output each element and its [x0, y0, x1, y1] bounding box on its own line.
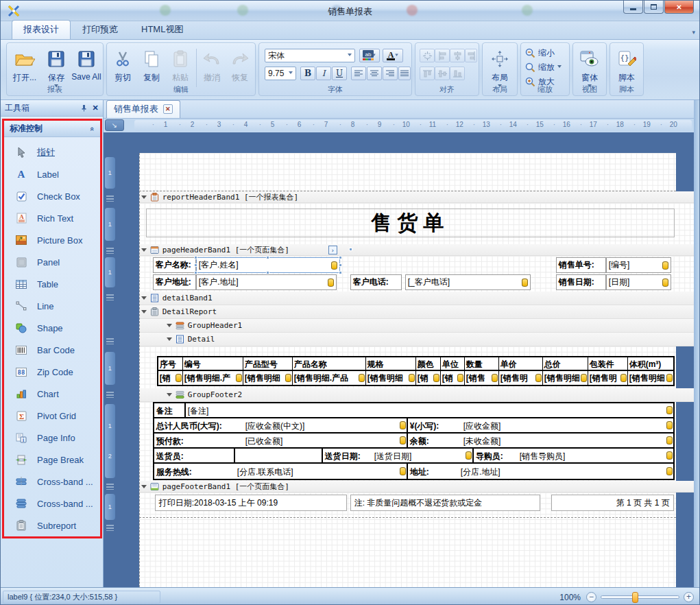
col-header-seq[interactable]: 序号	[158, 357, 183, 370]
col-header-spec[interactable]: 规格	[366, 357, 416, 370]
page-footer-content[interactable]: 打印日期:2018-03-15 上午 09:19 注: 非质量问题概不退还货款或…	[139, 493, 676, 523]
col-header-product-name[interactable]: 产品名称	[293, 357, 366, 370]
open-button[interactable]: 打开...	[10, 47, 40, 84]
col-header-package[interactable]: 包装件	[588, 357, 628, 370]
zoom-menu-button[interactable]: 缩放	[525, 62, 562, 73]
minimize-button[interactable]	[623, 1, 643, 14]
band-detail-report[interactable]: DetailReport	[139, 305, 694, 319]
report-header-content[interactable]: 售货单	[139, 203, 694, 244]
selection-handle[interactable]	[266, 271, 269, 274]
col-header-color[interactable]: 颜色	[416, 357, 441, 370]
collapse-chevron-icon[interactable]: «	[88, 126, 97, 130]
hotline-label[interactable]: 服务热线:	[154, 464, 235, 479]
band-collapse-arrow[interactable]	[141, 195, 147, 202]
script-button[interactable]: {} 脚本	[612, 47, 641, 84]
group-footer-content[interactable]: 备注 [备注] 总计人民币(大写): [应收金额(中文)] ¥(小写): [应收…	[139, 402, 676, 481]
col-header-model[interactable]: 产品型号	[243, 357, 293, 370]
selection-handle[interactable]	[339, 263, 342, 267]
cell-color-field[interactable]: [销	[416, 371, 441, 385]
band-group-header1[interactable]: GroupHeader1	[139, 319, 694, 333]
highlight-color-button[interactable]: ab	[359, 49, 380, 62]
toolbox-item-pointer[interactable]: 指针	[4, 141, 100, 163]
toolbox-item-rich-text[interactable]: A Rich Text	[4, 207, 100, 229]
summary-table[interactable]: 备注 [备注] 总计人民币(大写): [应收金额(中文)] ¥(小写): [应收…	[153, 402, 675, 480]
toolbox-item-bar-code[interactable]: Bar Code	[4, 339, 100, 361]
cell-qty-field[interactable]: [销售	[465, 371, 499, 385]
delivery-date-field[interactable]: [送货日期]	[372, 449, 474, 462]
band-page-footer[interactable]: pageFooterBand1 [一个页面集合]	[139, 481, 694, 493]
toolbox-item-cross-band-box[interactable]: Cross-band ...	[4, 493, 100, 514]
layout-button[interactable]: 布局	[485, 47, 514, 89]
sale-no-label[interactable]: 销售单号:	[556, 257, 606, 273]
selection-handle[interactable]	[194, 263, 197, 267]
align-justify-button[interactable]	[398, 67, 411, 80]
band-collapse-arrow[interactable]	[167, 324, 172, 330]
maximize-button[interactable]	[644, 1, 664, 14]
tab-print-preview[interactable]: 打印预览	[71, 20, 130, 39]
align-lefts-button[interactable]	[435, 49, 450, 62]
report-title-label[interactable]: 售货单	[146, 209, 675, 237]
toolbox-item-table[interactable]: Table	[4, 273, 100, 295]
deliverer-label[interactable]: 送货员:	[154, 449, 235, 462]
remark-field[interactable]: [备注]	[186, 403, 673, 417]
italic-button[interactable]: I	[316, 67, 331, 80]
band-drag-grip[interactable]	[106, 392, 114, 398]
branch-address-field[interactable]: [分店.地址]	[459, 464, 673, 479]
align-left-button[interactable]	[351, 67, 366, 80]
deliverer-field[interactable]	[235, 449, 323, 462]
band-page-header[interactable]: pageHeaderBand1 [一个页面集合] ›	[139, 244, 694, 256]
align-tops-button[interactable]	[420, 67, 435, 80]
zoom-out-slider-button[interactable]: −	[586, 592, 596, 602]
customer-phone-field[interactable]: [_客户电话]	[405, 274, 531, 290]
zoom-in-slider-button[interactable]: +	[684, 592, 694, 602]
align-bottoms-button[interactable]	[450, 67, 465, 80]
document-tab-close-icon[interactable]: ✕	[163, 104, 173, 114]
selection-handle[interactable]	[267, 248, 270, 251]
toolbox-item-page-break[interactable]: Page Break	[4, 449, 100, 471]
band-drag-grip[interactable]	[106, 484, 114, 490]
report-page[interactable]: reportHeaderBand1 [一个报表集合] 售货单 pageHeade…	[139, 132, 694, 587]
cell-package-field[interactable]: [销售明	[588, 371, 628, 385]
total-num-label[interactable]: ¥(小写):	[408, 418, 461, 432]
cell-product-name-field[interactable]: [销售明细.产品	[293, 371, 366, 385]
undo-button[interactable]: 撤消	[198, 47, 226, 84]
band-drag-grip[interactable]	[106, 525, 114, 531]
sale-date-field[interactable]: [日期]	[606, 274, 671, 290]
total-cn-field[interactable]: [应收金额(中文)]	[243, 418, 408, 432]
toolbox-close-icon[interactable]: ✕	[92, 104, 98, 112]
delivery-date-label[interactable]: 送货日期:	[323, 449, 372, 462]
col-header-unit-price[interactable]: 单价	[499, 357, 543, 370]
ruler-corner-button[interactable]: ↘	[105, 119, 124, 131]
cell-total-price-field[interactable]: [销售明细	[543, 371, 588, 385]
selection-handle[interactable]	[339, 271, 342, 274]
band-report-header[interactable]: reportHeaderBand1 [一个报表集合]	[139, 191, 694, 203]
col-header-code[interactable]: 编号	[183, 357, 243, 370]
zoom-slider-thumb[interactable]	[632, 592, 638, 603]
prepaid-field[interactable]: [已收金额]	[243, 434, 408, 447]
pin-icon[interactable]	[80, 104, 88, 112]
h-ruler[interactable]: ·1·2·3·4·5·6·7·8·9·10·11·12·13·14·15·16·…	[134, 120, 692, 131]
band-collapse-arrow[interactable]	[141, 485, 147, 491]
total-num-field[interactable]: [应收金额]	[461, 418, 673, 432]
band-drag-grip[interactable]	[106, 195, 114, 202]
align-centers-button[interactable]	[450, 49, 465, 62]
cell-unit-price-field[interactable]: [销售明	[499, 371, 543, 385]
band-collapse-arrow[interactable]	[141, 296, 147, 302]
col-header-volume[interactable]: 体积(m³)	[628, 357, 673, 370]
band-detail-band1[interactable]: detailBand1	[139, 292, 694, 305]
col-header-qty[interactable]: 数量	[465, 357, 499, 370]
toolbox-item-zip-code[interactable]: 88 Zip Code	[4, 361, 100, 383]
ribbon-overflow-chevron-icon[interactable]: ▾	[692, 29, 695, 36]
font-name-combobox[interactable]: 宋体	[265, 49, 355, 62]
band-drag-grip[interactable]	[106, 294, 114, 300]
paste-button[interactable]: 粘贴	[167, 47, 193, 84]
align-center-button[interactable]	[367, 67, 382, 80]
toolbox-item-pivot-grid[interactable]: Σ Pivot Grid	[4, 405, 100, 427]
tab-report-design[interactable]: 报表设计	[12, 20, 71, 39]
toolbox-item-panel[interactable]: Panel	[4, 251, 100, 273]
selection-handle[interactable]	[266, 256, 269, 259]
band-collapse-arrow[interactable]	[141, 248, 147, 254]
close-button[interactable]: ✕	[664, 1, 694, 14]
guide-field[interactable]: [销售导购员]	[518, 449, 673, 462]
cell-code-field[interactable]: [销售明细.产	[183, 371, 243, 385]
